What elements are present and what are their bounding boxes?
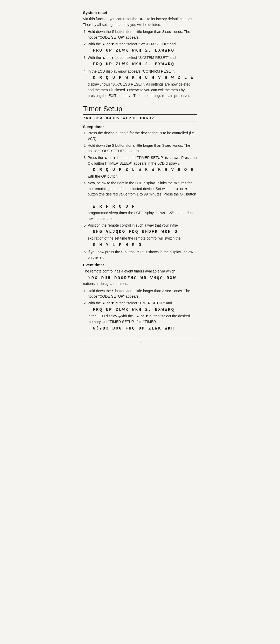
step-text: expiration of the set time the remote co…	[88, 236, 181, 240]
encoded-line: \RX DUH DOORZHG WR VHQG RXW	[88, 276, 197, 281]
step-text: Hold down the S button rfor a little lon…	[88, 143, 190, 153]
encoded-line: UHG VLJQDO FDQ UHDFK WKH G	[93, 229, 197, 235]
sleep-timer-title: Sleep timer	[83, 124, 197, 129]
timer-setup-section: Timer Setup 7KH 85& RØHUV WLPHU PRGHV Sl…	[83, 105, 197, 332]
event-timer-intro2: nations at designated times.	[83, 281, 197, 287]
chapter-title: Timer Setup	[83, 105, 197, 115]
step-text: display qhows "SUCCESS RESET". All setti…	[88, 82, 191, 97]
event-timer-title: Event timer	[83, 263, 197, 267]
step-text: In the LCD display qnow appears "CONFIRM…	[88, 69, 175, 73]
event-timer-intro: The remote control has 4 event timers av…	[83, 269, 197, 274]
system-reset-intro: Via this function you can reset the URC …	[83, 16, 197, 27]
system-reset-steps: Hold down the S button rfor a little lon…	[88, 29, 197, 99]
list-item: Hold down the S button rfor a little lon…	[88, 288, 197, 299]
event-timer-steps: Hold down the S button rfor a little lon…	[88, 288, 197, 332]
step-text: in the LCD display qWith the ▲ or ▼ butt…	[88, 314, 190, 324]
system-reset-title: System reset	[83, 10, 197, 15]
list-item: Hold down the S button rfor a little lon…	[88, 143, 197, 154]
list-item: With the ▲ or ▼ button tselect "TIMER SE…	[88, 300, 197, 332]
step-text: With the ▲ or ▼ button tselect "SYSTEM R…	[88, 55, 176, 60]
step-text: with the OK button l	[88, 174, 119, 178]
step-text: Now, below to the right in the LCD displ…	[88, 181, 196, 202]
system-reset-section: System reset Via this function you can r…	[83, 10, 197, 99]
step-text: With the ▲ or ▼ button tselect "TIMER SE…	[88, 301, 172, 305]
encoded-line: FRQ UP ZLWK WKH 2. EXWWRQ	[93, 307, 197, 313]
event-timer-section: Event timer The remote control has 4 eve…	[83, 263, 197, 332]
step-text: programmed sleep-timer the LCD display q…	[88, 211, 194, 221]
list-item: Hold down the S button rfor a little lon…	[88, 29, 197, 40]
step-text: If you now press the S button r"SL" is s…	[88, 250, 193, 260]
page-number: - 17 -	[83, 338, 197, 344]
list-item: Press the ▲ or ▼ button tuntil "TIMER SE…	[88, 155, 197, 179]
encoded-line: W R F R Q U P	[93, 204, 197, 210]
encoded-line: FRQ UP ZLWK WKH 2. EXWWRQ	[93, 47, 197, 54]
list-item: If you now press the S button r"SL" is s…	[88, 249, 197, 261]
step-text: Position the remote control in such a wa…	[88, 223, 178, 227]
list-item: Now, below to the right in the LCD displ…	[88, 180, 197, 222]
step-text: Press the ▲ or ▼ button tuntil "TIMER SE…	[88, 156, 197, 165]
step-text: Hold down the S button rfor a little lon…	[88, 289, 190, 299]
step-text: Hold down the S button rfor a little lon…	[88, 30, 190, 39]
encoded-line: 6(783 DQG FRQ UP ZLWK WKH	[93, 325, 197, 332]
step-text: With the ▲ or ▼ button tselect "SYSTEM S…	[88, 42, 176, 46]
encoded-line: & R Q U P W K H U H V H W Z L W K W K H	[93, 75, 197, 81]
list-item: Position the remote control in such a wa…	[88, 223, 197, 248]
list-item: With the ▲ or ▼ button tselect "SYSTEM R…	[88, 55, 197, 67]
sleep-timer-section: Sleep timer Press the device button e fo…	[83, 124, 197, 261]
encoded-line: & R Q U P Z L W K W K H V H O H F W L	[93, 167, 197, 173]
list-item: In the LCD display qnow appears "CONFIRM…	[88, 69, 197, 99]
list-item: With the ▲ or ▼ button tselect "SYSTEM S…	[88, 41, 197, 54]
step-text: Press the device button e for the device…	[88, 131, 195, 141]
encoded-line: FRQ UP ZLWK WKH 2. EXWWRQ	[93, 61, 197, 68]
encoded-line: G H Y L F H R Ø	[93, 242, 197, 248]
subtitle-encoded: 7KH 85& RØHUV WLPHU PRGHV	[83, 116, 197, 122]
list-item: Press the device button e for the device…	[88, 130, 197, 142]
sleep-timer-steps: Press the device button e for the device…	[88, 130, 197, 261]
